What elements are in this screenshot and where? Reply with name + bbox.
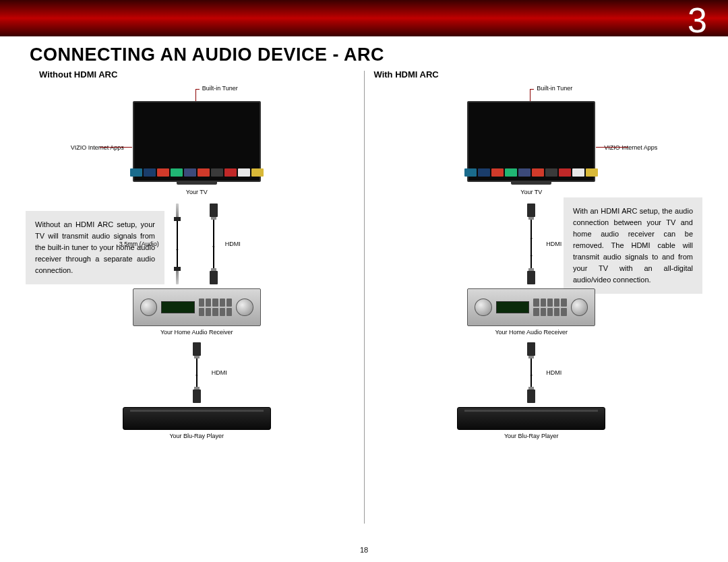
hdmi-cable: ↑ bbox=[193, 342, 201, 403]
label-vizio-apps: VIZIO Internet Apps bbox=[604, 144, 657, 151]
tv-app-icon bbox=[545, 168, 557, 177]
page-number: 18 bbox=[360, 546, 368, 554]
audio-cable: ↓ bbox=[176, 204, 179, 284]
label-your-tv: Your TV bbox=[520, 189, 542, 195]
tv-app-icon bbox=[144, 168, 156, 177]
label-hdmi-cable: HDMI bbox=[225, 241, 241, 247]
arrow-up-icon: ↑ bbox=[529, 235, 534, 244]
cable-row-top: 3.5mm (Audio) HDMI ↓ ↑ bbox=[39, 204, 355, 284]
hdmi-plug-icon bbox=[527, 271, 535, 284]
page-title: CONNECTING AN AUDIO DEVICE - ARC bbox=[0, 36, 728, 65]
bluray-illustration bbox=[457, 407, 605, 430]
column-heading-left: Without HDMI ARC bbox=[39, 69, 355, 80]
label-built-in-tuner: Built-in Tuner bbox=[202, 85, 238, 92]
tv-app-icon bbox=[518, 168, 530, 177]
content-columns: Without HDMI ARC Without an HDMI ARC set… bbox=[0, 65, 728, 537]
tv-illustration bbox=[467, 101, 595, 182]
bluray-illustration bbox=[123, 407, 271, 430]
tv-app-icon bbox=[198, 168, 210, 177]
label-vizio-apps: VIZIO Internet Apps bbox=[71, 144, 124, 151]
tv-app-icon bbox=[491, 168, 504, 177]
receiver-buttons-icon bbox=[199, 299, 232, 316]
tv-app-icon bbox=[478, 168, 490, 177]
callout-line bbox=[195, 89, 196, 101]
tv-app-icon bbox=[238, 168, 250, 177]
arrow-up-icon: ↑ bbox=[529, 371, 534, 381]
hdmi-plug-icon bbox=[193, 389, 201, 403]
tv-app-icon bbox=[572, 168, 584, 177]
label-hdmi-cable-2: HDMI bbox=[546, 369, 562, 376]
hdmi-plug-icon bbox=[527, 342, 535, 356]
cable-row-top: HDMI ↑ ↓ bbox=[374, 204, 690, 284]
column-without-arc: Without HDMI ARC Without an HDMI ARC set… bbox=[30, 69, 364, 537]
arrow-down-icon: ↓ bbox=[175, 243, 179, 252]
tv-illustration bbox=[133, 101, 261, 182]
tv-app-icon bbox=[157, 168, 169, 177]
audio-jack-icon bbox=[176, 271, 179, 284]
receiver-knob-icon bbox=[475, 299, 492, 316]
hdmi-plug-icon bbox=[193, 342, 201, 356]
tv-app-icon bbox=[211, 168, 223, 177]
hdmi-plug-icon bbox=[527, 389, 535, 403]
tv-app-icon bbox=[171, 168, 183, 177]
receiver-buttons-icon bbox=[533, 299, 566, 316]
label-receiver: Your Home Audio Receiver bbox=[160, 329, 233, 336]
label-bluray: Your Blu-Ray Player bbox=[169, 433, 224, 439]
receiver-display-icon bbox=[161, 301, 194, 313]
receiver-illustration bbox=[467, 288, 595, 326]
diagram-with-arc: Built-in Tuner VIZIO Internet Apps Your … bbox=[374, 85, 690, 516]
callout-line bbox=[530, 89, 530, 101]
column-heading-right: With HDMI ARC bbox=[374, 69, 690, 80]
chapter-header-band: 3 bbox=[0, 0, 728, 36]
column-with-arc: With HDMI ARC With an HDMI ARC setup, th… bbox=[365, 69, 699, 537]
label-your-tv: Your TV bbox=[186, 189, 208, 195]
diagram-without-arc: Built-in Tuner VIZIO Internet Apps Your … bbox=[39, 85, 355, 516]
receiver-knob-icon bbox=[236, 299, 253, 316]
tv-app-icon bbox=[505, 168, 517, 177]
chapter-number: 3 bbox=[688, 0, 708, 40]
callout-line bbox=[596, 147, 628, 148]
receiver-knob-icon bbox=[140, 299, 158, 316]
tv-stand bbox=[177, 182, 217, 185]
label-hdmi-cable-2: HDMI bbox=[212, 369, 227, 376]
cable-row-bottom: HDMI ↑ bbox=[39, 342, 355, 403]
arrow-up-icon: ↑ bbox=[194, 371, 199, 381]
arrow-down-icon: ↓ bbox=[529, 249, 534, 258]
receiver-illustration bbox=[133, 288, 261, 326]
tv-app-icon bbox=[130, 168, 142, 177]
cable-row-bottom: HDMI ↑ bbox=[374, 342, 690, 403]
receiver-display-icon bbox=[496, 301, 529, 313]
tv-app-icon bbox=[532, 168, 544, 177]
label-built-in-tuner: Built-in Tuner bbox=[537, 85, 572, 92]
tv-app-icon bbox=[464, 168, 477, 177]
tv-app-icon bbox=[586, 168, 598, 177]
hdmi-cable: ↑ bbox=[210, 204, 218, 284]
tv-app-icon bbox=[184, 168, 196, 177]
audio-jack-icon bbox=[176, 204, 179, 217]
tv-app-row bbox=[130, 168, 264, 177]
label-audio-cable: 3.5mm (Audio) bbox=[119, 241, 159, 247]
hdmi-cable: ↑ bbox=[527, 342, 535, 403]
label-hdmi-cable: HDMI bbox=[546, 241, 562, 247]
receiver-knob-icon bbox=[571, 299, 588, 316]
arrow-up-icon: ↑ bbox=[211, 243, 216, 252]
callout-line bbox=[100, 147, 132, 148]
tv-app-icon bbox=[251, 168, 264, 177]
tv-app-icon bbox=[559, 168, 571, 177]
tv-app-row bbox=[464, 168, 598, 177]
tv-stand bbox=[511, 182, 551, 185]
hdmi-plug-icon bbox=[210, 204, 218, 217]
label-receiver: Your Home Audio Receiver bbox=[495, 329, 568, 336]
tv-app-icon bbox=[224, 168, 237, 177]
hdmi-cable: ↑ ↓ bbox=[527, 204, 535, 284]
label-bluray: Your Blu-Ray Player bbox=[504, 433, 559, 439]
hdmi-plug-icon bbox=[527, 204, 535, 217]
hdmi-plug-icon bbox=[210, 271, 218, 284]
